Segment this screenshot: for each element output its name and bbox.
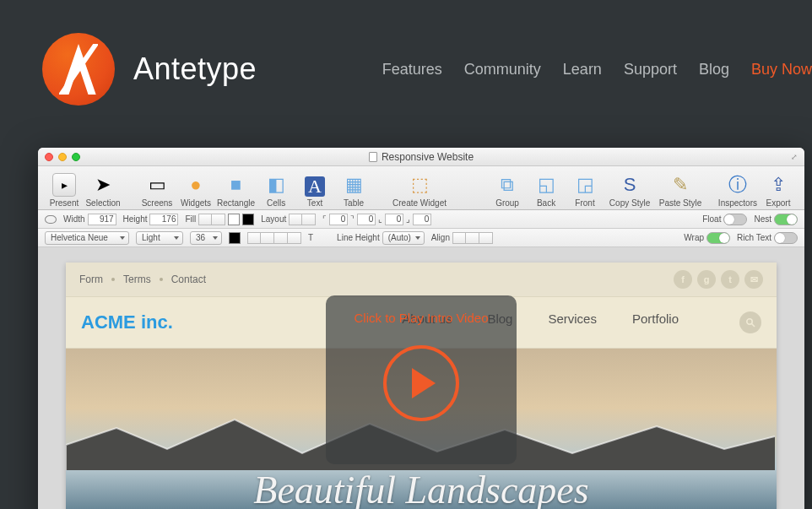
padding-controls: ⌜0 ⌝0 ⌞0 ⌟0 — [322, 214, 431, 225]
fill-swatch-1[interactable] — [228, 214, 240, 225]
screens-icon: ▭ — [145, 173, 169, 197]
pad-right-input[interactable]: 0 — [357, 214, 376, 225]
layout-label: Layout — [261, 214, 286, 224]
svg-line-1 — [752, 324, 755, 328]
wrap-label: Wrap — [684, 233, 704, 242]
nest-label: Nest — [754, 214, 771, 224]
selection-button[interactable]: ➤ Selection — [85, 173, 121, 208]
widgets-button[interactable]: ● Widgets — [178, 173, 214, 208]
export-button[interactable]: ⇪ Export — [761, 173, 796, 208]
copy-style-icon: S — [618, 173, 641, 197]
crumb-contact[interactable]: Contact — [171, 273, 206, 285]
text-button[interactable]: A Text — [297, 176, 333, 208]
text-style-segmented[interactable] — [247, 232, 301, 244]
antetype-a-icon — [59, 44, 98, 95]
google-icon[interactable]: g — [697, 270, 716, 289]
top-nav: Features Community Learn Support Blog Bu… — [382, 61, 812, 79]
search-icon[interactable] — [739, 311, 761, 333]
rectangle-button[interactable]: ■ Rectangle — [217, 173, 255, 208]
text-color-swatch[interactable] — [229, 232, 241, 244]
visibility-icon[interactable] — [45, 215, 57, 224]
fill-label: Fill — [185, 214, 196, 224]
document-icon — [369, 152, 377, 162]
nest-toggle[interactable] — [774, 214, 798, 225]
send-back-icon: ◱ — [534, 173, 558, 197]
float-label: Float — [702, 214, 721, 224]
align-label: Align — [431, 233, 450, 242]
titlebar: Responsive Website ⤢ — [38, 148, 804, 166]
inspectors-button[interactable]: ⓘ Inspectors — [718, 173, 757, 208]
nav-community[interactable]: Community — [464, 61, 541, 79]
bring-front-icon: ◲ — [573, 173, 597, 197]
mail-icon[interactable]: ✉ — [744, 270, 763, 289]
site-header: Antetype Features Community Learn Suppor… — [0, 0, 812, 118]
group-button[interactable]: ⧉ Group — [490, 173, 525, 208]
play-button[interactable] — [383, 345, 459, 421]
hero-text: Beautiful Landscapes — [66, 468, 777, 509]
fill-mode-segmented[interactable] — [198, 214, 225, 225]
table-button[interactable]: ▦ Table — [336, 173, 371, 208]
width-input[interactable]: 917 — [88, 214, 116, 225]
create-widget-button[interactable]: ⬚ Create Widget — [390, 173, 449, 208]
brand-name: Antetype — [133, 51, 257, 87]
svg-point-0 — [747, 319, 752, 324]
mock-breadcrumbs: Form Terms Contact f g t ✉ — [66, 263, 777, 296]
text-icon: A — [305, 176, 325, 197]
video-overlay[interactable]: Click to Play Intro Video — [326, 295, 517, 464]
crumb-form[interactable]: Form — [79, 273, 103, 285]
wrap-toggle[interactable] — [706, 232, 730, 244]
window-title: Responsive Website — [38, 151, 804, 163]
cells-icon: ◧ — [264, 173, 288, 197]
nav-support[interactable]: Support — [624, 61, 677, 79]
play-icon — [412, 368, 436, 398]
screens-button[interactable]: ▭ Screens — [139, 173, 175, 208]
info-icon: ⓘ — [726, 173, 750, 197]
pad-bottom-input[interactable]: 0 — [385, 214, 403, 225]
line-height-select[interactable]: (Auto) — [382, 231, 425, 245]
nav-learn[interactable]: Learn — [563, 61, 602, 79]
paste-style-icon: ✎ — [669, 173, 692, 197]
font-weight-select[interactable]: Light — [136, 231, 183, 245]
copy-style-button[interactable]: S Copy Style — [606, 173, 653, 208]
present-button[interactable]: ▸ Present — [46, 173, 82, 208]
pad-top-input[interactable]: 0 — [329, 214, 348, 225]
rectangle-icon: ■ — [225, 173, 248, 197]
front-button[interactable]: ◲ Front — [567, 173, 603, 208]
float-toggle[interactable] — [723, 214, 747, 225]
cells-button[interactable]: ◧ Cells — [258, 173, 294, 208]
rich-text-label: Rich Text — [737, 233, 771, 242]
facebook-icon[interactable]: f — [674, 270, 692, 289]
widgets-icon: ● — [184, 173, 208, 197]
group-icon: ⧉ — [495, 173, 519, 197]
twitter-icon[interactable]: t — [721, 270, 739, 289]
overlay-caption: Click to Play Intro Video — [355, 311, 489, 325]
nav-blog[interactable]: Blog — [699, 61, 729, 79]
fill-swatch-2[interactable] — [242, 214, 254, 225]
text-tool-icon[interactable]: T — [308, 233, 313, 242]
layout-segmented[interactable] — [289, 214, 316, 225]
mock-brand[interactable]: ACME inc. — [81, 311, 173, 333]
line-height-label: Line Height — [337, 233, 380, 242]
create-widget-icon: ⬚ — [408, 173, 431, 197]
geometry-bar: Width 917 Height 176 Fill Layout ⌜0 ⌝0 ⌞… — [38, 210, 804, 229]
pad-left-input[interactable]: 0 — [413, 214, 431, 225]
rich-text-toggle[interactable] — [774, 232, 798, 244]
table-icon: ▦ — [342, 173, 365, 197]
align-segmented[interactable] — [452, 232, 493, 244]
mock-nav-portfolio[interactable]: Portfolio — [632, 311, 679, 333]
window-title-text: Responsive Website — [382, 151, 474, 163]
font-size-select[interactable]: 36 — [190, 231, 222, 245]
main-toolbar: ▸ Present ➤ Selection ▭ Screens ● Widget… — [38, 166, 804, 210]
brand-logo[interactable] — [42, 33, 115, 106]
play-icon: ▸ — [52, 173, 76, 197]
mock-nav-services[interactable]: Services — [548, 311, 597, 333]
height-input[interactable]: 176 — [149, 214, 178, 225]
back-button[interactable]: ◱ Back — [528, 173, 564, 208]
nav-buy-now[interactable]: Buy Now — [751, 61, 812, 79]
width-label: Width — [63, 214, 85, 224]
font-family-select[interactable]: Helvetica Neue — [45, 231, 129, 245]
nav-features[interactable]: Features — [382, 61, 442, 79]
paste-style-button[interactable]: ✎ Paste Style — [657, 173, 704, 208]
export-icon: ⇪ — [766, 173, 790, 197]
crumb-terms[interactable]: Terms — [123, 273, 151, 285]
